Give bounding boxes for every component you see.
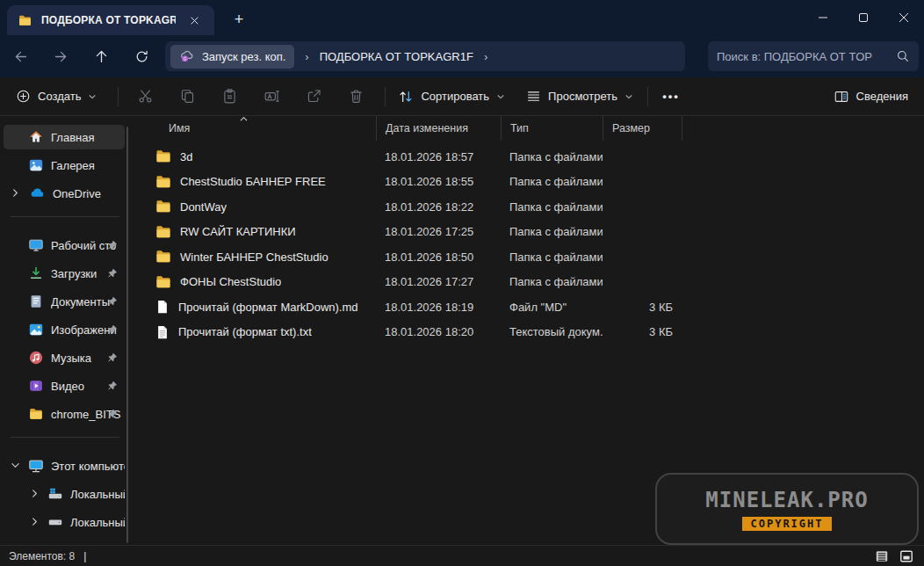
chevron-down-icon[interactable] xyxy=(11,461,20,470)
list-lines-icon xyxy=(526,89,541,104)
table-row[interactable]: DontWay 18.01.2026 18:22 Папка с файлами xyxy=(151,194,924,220)
rename-button[interactable] xyxy=(254,82,289,112)
table-row[interactable]: Winter БАННЕР ChestStudio 18.01.2026 18:… xyxy=(151,244,924,270)
backup-breadcrumb-chip[interactable]: Запуск рез. коп. xyxy=(170,45,294,69)
sidebar-item-downloads[interactable]: Загрузки xyxy=(4,261,125,286)
search-box xyxy=(708,41,919,71)
pin-icon xyxy=(107,268,118,279)
up-button[interactable] xyxy=(81,40,121,72)
file-date: 18.01.2026 18:57 xyxy=(376,150,501,163)
music-icon xyxy=(28,350,44,366)
folder-icon xyxy=(18,13,32,28)
file-name: Winter БАННЕР ChestStudio xyxy=(180,250,328,264)
new-tab-button[interactable]: + xyxy=(227,8,251,31)
file-rows: 3d 18.01.2026 18:57 Папка с файлами Ches… xyxy=(151,144,924,345)
table-row[interactable]: RW САЙТ КАРТИНКИ 18.01.2026 17:25 Папка … xyxy=(151,220,924,245)
sidebar-item-videos[interactable]: Видео xyxy=(4,374,125,398)
file-name: RW САЙТ КАРТИНКИ xyxy=(180,225,296,238)
sort-button[interactable]: Сортировать xyxy=(391,83,512,110)
chevron-right-icon[interactable]: › xyxy=(484,50,487,63)
toolbar-divider xyxy=(118,87,119,106)
sidebar-item-documents[interactable]: Документы xyxy=(4,289,125,314)
main-area: Главная Галерея OneDrive xyxy=(0,116,924,545)
sidebar-item-onedrive[interactable]: OneDrive xyxy=(4,181,125,206)
view-button[interactable]: Просмотреть xyxy=(519,83,640,109)
pictures-icon xyxy=(28,322,44,337)
sidebar-item-desktop[interactable]: Рабочий сто xyxy=(4,233,125,258)
sidebar-item-chrome-bits[interactable]: chrome_BITS xyxy=(4,402,125,426)
share-button[interactable] xyxy=(296,82,331,112)
details-pane-label: Сведения xyxy=(856,90,908,103)
file-date: 18.01.2026 18:50 xyxy=(376,250,501,264)
column-header-date[interactable]: Дата изменения xyxy=(376,116,501,141)
maximize-button[interactable] xyxy=(843,0,884,35)
table-row[interactable]: ChestStudio БАННЕР FREE 18.01.2026 18:55… xyxy=(151,170,924,195)
column-header-name[interactable]: Имя xyxy=(151,116,376,141)
thumbnails-view-icon[interactable] xyxy=(898,548,915,564)
sidebar-item-local-disk-c[interactable]: Локальный ди xyxy=(4,482,125,506)
breadcrumb-current-folder[interactable]: ПОДБОРКА ОТ TOPKAGR1F xyxy=(320,50,473,63)
file-date: 18.01.2026 18:22 xyxy=(376,200,501,214)
address-bar[interactable]: Запуск рез. коп. › ПОДБОРКА ОТ TOPKAGR1F… xyxy=(165,41,685,71)
table-row[interactable]: ФОНЫ ChestStudio 18.01.2026 17:27 Папка … xyxy=(151,270,924,295)
file-name: Прочитай (формат MarkDown).md xyxy=(178,301,358,314)
folder-icon xyxy=(155,273,172,291)
sidebar-item-pictures[interactable]: Изображени xyxy=(4,317,125,342)
details-view-icon[interactable] xyxy=(873,548,891,564)
back-button[interactable] xyxy=(0,40,40,72)
file-name: DontWay xyxy=(180,200,227,214)
search-icon[interactable] xyxy=(896,49,910,63)
file-list-area: Имя Дата изменения Тип Размер 3d 18.01.2… xyxy=(130,116,924,545)
disk-icon xyxy=(47,514,63,530)
new-button[interactable]: Создать xyxy=(9,83,104,109)
window-controls xyxy=(803,0,924,35)
sort-arrows-icon xyxy=(398,89,414,105)
cut-button[interactable] xyxy=(127,82,162,112)
close-button[interactable] xyxy=(884,0,924,35)
text-file-icon xyxy=(155,324,170,340)
file-name: Прочитай (формат txt).txt xyxy=(178,325,312,338)
file-type: Папка с файлами xyxy=(501,275,603,288)
details-pane-button[interactable]: Сведения xyxy=(827,83,915,110)
column-headers: Имя Дата изменения Тип Размер xyxy=(151,116,924,141)
chevron-right-icon[interactable] xyxy=(30,517,40,526)
forward-button[interactable] xyxy=(40,40,81,72)
table-row[interactable]: Прочитай (формат txt).txt 18.01.2026 18:… xyxy=(151,320,924,345)
items-count: Элементов: 8 xyxy=(9,550,75,562)
pin-icon xyxy=(107,381,118,391)
toolbar-divider xyxy=(385,87,386,106)
folder-icon xyxy=(155,223,172,241)
column-header-size[interactable]: Размер xyxy=(603,116,682,141)
chevron-down-icon xyxy=(88,92,97,101)
file-name: ChestStudio БАННЕР FREE xyxy=(180,175,326,188)
table-row[interactable]: Прочитай (формат MarkDown).md 18.01.2026… xyxy=(151,294,924,320)
refresh-button[interactable] xyxy=(121,40,162,72)
sidebar-item-this-pc[interactable]: Этот компьюте xyxy=(4,454,125,478)
chevron-right-icon[interactable] xyxy=(30,489,40,498)
file-date: 18.01.2026 18:20 xyxy=(376,325,501,338)
table-row[interactable]: 3d 18.01.2026 18:57 Папка с файлами xyxy=(151,144,924,170)
sidebar-item-home[interactable]: Главная xyxy=(4,125,125,149)
paste-button[interactable] xyxy=(212,82,247,112)
sidebar-item-gallery[interactable]: Галерея xyxy=(4,153,125,178)
sidebar-item-local-disk-d[interactable]: Локальный ди xyxy=(4,510,125,534)
more-options-button[interactable]: ••• xyxy=(655,90,687,103)
text-cursor: | xyxy=(83,550,86,562)
minimize-button[interactable] xyxy=(803,0,843,35)
system-disk-icon xyxy=(47,486,63,502)
column-header-type[interactable]: Тип xyxy=(501,116,603,141)
watermark-copyright-badge: COPYRIGHT xyxy=(742,517,831,531)
chevron-right-icon[interactable] xyxy=(11,188,20,198)
file-name: ФОНЫ ChestStudio xyxy=(180,275,281,288)
markdown-file-icon xyxy=(155,299,170,315)
delete-button[interactable] xyxy=(338,82,373,112)
this-pc-icon xyxy=(28,458,44,474)
sidebar-item-music[interactable]: Музыка xyxy=(4,345,125,370)
copy-button[interactable] xyxy=(170,82,205,112)
onedrive-icon xyxy=(28,185,46,202)
search-input[interactable] xyxy=(717,50,896,63)
tab-close-icon[interactable] xyxy=(184,11,204,30)
file-date: 18.01.2026 18:19 xyxy=(376,301,501,314)
explorer-tab[interactable]: ПОДБОРКА ОТ TOPKAGR1F xyxy=(7,5,214,35)
pin-icon xyxy=(107,409,118,419)
